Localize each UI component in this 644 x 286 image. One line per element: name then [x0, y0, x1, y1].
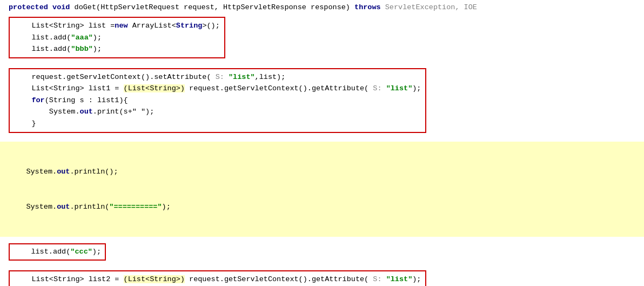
red-box-1: List<String> list =new ArrayList<String>… — [9, 17, 225, 58]
string-list3: "list" — [386, 275, 413, 283]
gap-4 — [0, 264, 644, 269]
string-list2: "list" — [386, 84, 413, 92]
block4-line1: List<String> list2 = (List<String>) requ… — [14, 274, 421, 285]
block2-line5: } — [14, 118, 421, 130]
string-ccc: "ccc" — [70, 248, 92, 256]
string-list1: "list" — [229, 73, 255, 81]
method-name: doGet — [75, 3, 97, 11]
out-kw-3: out — [57, 203, 70, 211]
standalone-lines: System.out.println(); System.out.println… — [0, 142, 644, 237]
out-kw-2: out — [57, 168, 70, 176]
block1-line3: list.add("bbb"); — [14, 43, 220, 55]
standalone-line1: System.out.println(); — [9, 166, 635, 178]
string-bbb: "bbb" — [71, 45, 93, 53]
red-box-3: list.add("ccc"); — [9, 243, 106, 261]
block1-line2: list.add("aaa"); — [14, 32, 220, 44]
code-block-3: list.add("ccc"); — [9, 243, 635, 261]
code-block-1: List<String> list =new ArrayList<String>… — [9, 17, 635, 58]
header-line: protected void doGet(HttpServletRequest … — [0, 0, 644, 16]
red-box-2: request.getServletContext().setAttribute… — [9, 68, 426, 133]
out-kw: out — [80, 108, 93, 116]
block2-line1: request.getServletContext().setAttribute… — [14, 71, 421, 83]
standalone-line2: System.out.println("=========="); — [9, 201, 635, 213]
kw-for: for — [31, 96, 44, 104]
block2-line2: List<String> list1 = (List<String>) requ… — [14, 83, 421, 95]
red-box-4: List<String> list2 = (List<String>) requ… — [9, 270, 426, 286]
code-block-4: List<String> list2 = (List<String>) requ… — [9, 270, 635, 286]
keyword-throws: throws — [354, 3, 381, 11]
block2-line4: System.out.print(s+" "); — [14, 106, 421, 118]
block3-line1: list.add("ccc"); — [14, 246, 101, 258]
keyword-protected: protected — [9, 3, 48, 11]
block1-line1: List<String> list =new ArrayList<String>… — [14, 20, 220, 32]
gap-3 — [0, 237, 644, 242]
gap-2 — [0, 136, 644, 142]
code-block-2: request.getServletContext().setAttribute… — [9, 68, 635, 133]
code-container: protected void doGet(HttpServletRequest … — [0, 0, 644, 286]
block2-line3: for(String s : list1){ — [14, 95, 421, 107]
keyword-void: void — [52, 3, 70, 11]
gap-1 — [0, 62, 644, 67]
string-aaa: "aaa" — [71, 34, 93, 42]
string-equals: "==========" — [109, 203, 162, 211]
kw-new: new — [115, 22, 128, 30]
exception-list: ServletException, IOE — [385, 3, 477, 11]
